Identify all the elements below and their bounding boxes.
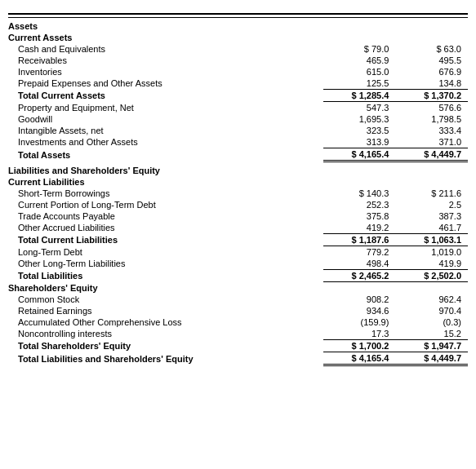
- line-item-col1: 908.2: [323, 294, 396, 305]
- subtotal-col1: $ 1,285.4: [323, 90, 396, 102]
- line-item-col1: 313.9: [323, 136, 396, 148]
- subtotal-label: Total Current Liabilities: [8, 234, 323, 246]
- line-item-label: Other Long-Term Liabilities: [8, 258, 323, 270]
- line-item-col1: 17.3: [323, 328, 396, 340]
- line-item-label: Intangible Assets, net: [8, 125, 323, 136]
- total-label: Total Liabilities and Shareholders' Equi…: [8, 352, 323, 365]
- subtotal-label: Total Liabilities: [8, 270, 323, 282]
- total-label: Total Assets: [8, 148, 323, 161]
- line-item-col2: $ 211.6: [395, 188, 468, 199]
- total-col2: $ 4,449.7: [395, 148, 468, 161]
- line-item-label: Accumulated Other Comprehensive Loss: [8, 316, 323, 328]
- subtotal-col2: $ 2,502.0: [395, 270, 468, 282]
- line-item-label: Trade Accounts Payable: [8, 210, 323, 222]
- line-item-label: Cash and Equivalents: [8, 43, 323, 55]
- total-col1: $ 4,165.4: [323, 148, 396, 161]
- line-item-label: Prepaid Expenses and Other Assets: [8, 77, 323, 90]
- line-item-col2: $ 63.0: [395, 43, 468, 55]
- section-header: Liabilities and Shareholders' Equity: [8, 161, 468, 177]
- line-item-label: Long-Term Debt: [8, 246, 323, 259]
- line-item-col1: 934.6: [323, 305, 396, 316]
- line-item-col2: 1,019.0: [395, 246, 468, 259]
- line-item-col1: 498.4: [323, 258, 396, 270]
- line-item-col2: 495.5: [395, 55, 468, 66]
- line-item-label: Inventories: [8, 66, 323, 77]
- section-header: Assets: [8, 18, 468, 33]
- line-item-col2: 2.5: [395, 199, 468, 210]
- line-item-col1: $ 79.0: [323, 43, 396, 55]
- line-item-col2: 371.0: [395, 136, 468, 148]
- line-item-col1: 252.3: [323, 199, 396, 210]
- subtotal-col2: $ 1,370.2: [395, 90, 468, 102]
- subtotal-label: Total Current Assets: [8, 90, 323, 102]
- line-item-col1: 465.9: [323, 55, 396, 66]
- line-item-col2: 333.4: [395, 125, 468, 136]
- line-item-col2: 15.2: [395, 328, 468, 340]
- line-item-col1: 419.2: [323, 222, 396, 234]
- line-item-col1: 547.3: [323, 102, 396, 114]
- line-item-col2: 134.8: [395, 77, 468, 90]
- total-col2: $ 4,449.7: [395, 352, 468, 365]
- line-item-label: Receivables: [8, 55, 323, 66]
- line-item-col2: 461.7: [395, 222, 468, 234]
- line-item-label: Current Portion of Long-Term Debt: [8, 199, 323, 210]
- line-item-col1: 1,695.3: [323, 113, 396, 125]
- line-item-col2: 962.4: [395, 294, 468, 305]
- line-item-col1: 615.0: [323, 66, 396, 77]
- line-item-col2: 676.9: [395, 66, 468, 77]
- line-item-label: Property and Equipment, Net: [8, 102, 323, 114]
- line-item-label: Retained Earnings: [8, 305, 323, 316]
- line-item-col2: (0.3): [395, 316, 468, 328]
- line-item-col2: 970.4: [395, 305, 468, 316]
- line-item-label: Goodwill: [8, 113, 323, 125]
- line-item-label: Noncontrolling interests: [8, 328, 323, 340]
- line-item-col1: $ 140.3: [323, 188, 396, 199]
- line-item-col1: 375.8: [323, 210, 396, 222]
- line-item-col2: 576.6: [395, 102, 468, 114]
- total-col1: $ 4,165.4: [323, 352, 396, 365]
- line-item-col1: (159.9): [323, 316, 396, 328]
- line-item-label: Common Stock: [8, 294, 323, 305]
- line-item-col2: 1,798.5: [395, 113, 468, 125]
- subtotal-col1: $ 1,700.2: [323, 340, 396, 352]
- subtotal-col2: $ 1,947.7: [395, 340, 468, 352]
- subtotal-label: Total Shareholders' Equity: [8, 340, 323, 352]
- line-item-label: Investments and Other Assets: [8, 136, 323, 148]
- sub-header: Current Liabilities: [8, 176, 468, 188]
- balance-sheet-table: AssetsCurrent AssetsCash and Equivalents…: [8, 13, 468, 366]
- subtotal-col1: $ 1,187.6: [323, 234, 396, 246]
- line-item-col1: 125.5: [323, 77, 396, 90]
- line-item-col2: 419.9: [395, 258, 468, 270]
- line-item-col2: 387.3: [395, 210, 468, 222]
- sub-header: Shareholders' Equity: [8, 282, 468, 294]
- sub-header: Current Assets: [8, 32, 468, 43]
- subtotal-col2: $ 1,063.1: [395, 234, 468, 246]
- line-item-label: Short-Term Borrowings: [8, 188, 323, 199]
- line-item-label: Other Accrued Liabilities: [8, 222, 323, 234]
- subtotal-col1: $ 2,465.2: [323, 270, 396, 282]
- line-item-col1: 779.2: [323, 246, 396, 259]
- line-item-col1: 323.5: [323, 125, 396, 136]
